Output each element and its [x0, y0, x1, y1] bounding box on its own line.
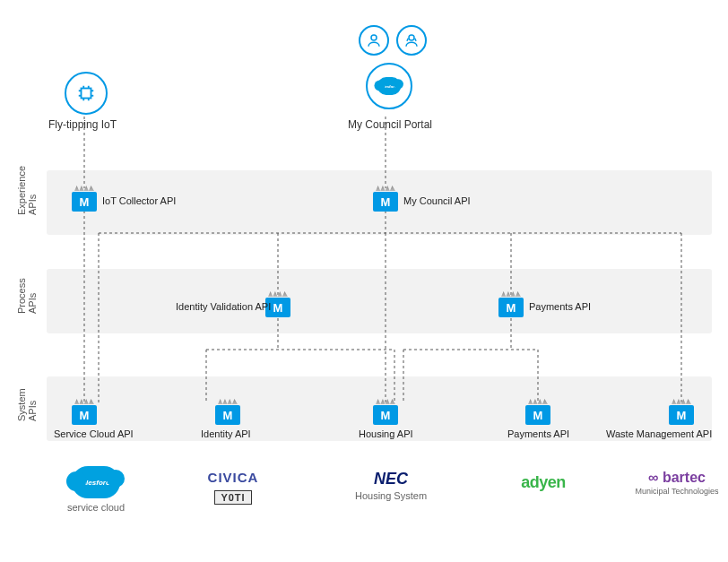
fly-tipping-label: Fly-tipping IoT [48, 118, 117, 131]
housing-api-label: Housing API [359, 428, 413, 439]
payments-system-api-label: Payments API [507, 428, 569, 439]
vendor-nec-logo: NEC [346, 470, 436, 489]
vendor-nec: NEC Housing System [346, 470, 436, 501]
vendor-salesforce: salesforce service cloud [56, 466, 136, 513]
svg-point-9 [371, 35, 377, 40]
service-cloud-api-label: Service Cloud API [54, 428, 134, 439]
persona-female-icon [396, 25, 427, 56]
svg-point-10 [409, 35, 414, 40]
iot-collector-api-label: IoT Collector API [102, 195, 176, 206]
vendor-salesforce-label: service cloud [56, 502, 136, 513]
vendor-yoti-logo: Y0TI [214, 490, 251, 505]
vendor-nec-sub: Housing System [346, 490, 436, 501]
experience-layer-label: Experience APIs [16, 197, 38, 215]
waste-mgmt-api-icon: M [669, 405, 694, 425]
my-council-api-icon: M [373, 192, 398, 212]
persona-male-icon [359, 25, 389, 56]
fly-tipping-icon [65, 72, 108, 115]
my-council-portal-label: My Council Portal [348, 118, 432, 131]
payments-process-api-label: Payments API [529, 301, 591, 312]
identity-api-icon: M [215, 405, 240, 425]
salesforce-cloud-icon: salesforce [366, 63, 412, 109]
salesforce-logo-text: salesforce [379, 84, 399, 89]
payments-system-api-icon: M [525, 405, 550, 425]
my-council-api-label: My Council API [403, 195, 471, 206]
vendor-bartec-logo: bartec [663, 470, 706, 485]
housing-api-icon: M [373, 405, 398, 425]
identity-api-label: Identity API [201, 428, 251, 439]
process-layer-label: Process APIs [16, 296, 38, 314]
vendor-adyen: adyen [498, 473, 588, 494]
system-layer-label: System APIs [16, 403, 38, 421]
vendor-civica-yoti: CIVICA Y0TI [188, 470, 278, 505]
iot-collector-api-icon: M [72, 192, 97, 212]
vendor-bartec-sub: Municipal Technologies [628, 488, 726, 497]
identity-validation-api-label: Identity Validation API [176, 301, 262, 312]
vendor-civica-logo: CIVICA [188, 470, 278, 485]
svg-rect-0 [82, 89, 91, 99]
payments-process-api-icon: M [498, 298, 524, 317]
architecture-diagram: Experience APIs Process APIs System APIs… [0, 0, 728, 562]
waste-mgmt-api-label: Waste Management API [606, 428, 712, 439]
vendor-adyen-logo: adyen [498, 473, 588, 492]
process-layer-band [47, 269, 712, 333]
salesforce-logo-text-2: salesforce [78, 479, 114, 487]
service-cloud-api-icon: M [72, 405, 97, 425]
vendor-bartec: ∞ bartec Municipal Technologies [628, 470, 726, 497]
